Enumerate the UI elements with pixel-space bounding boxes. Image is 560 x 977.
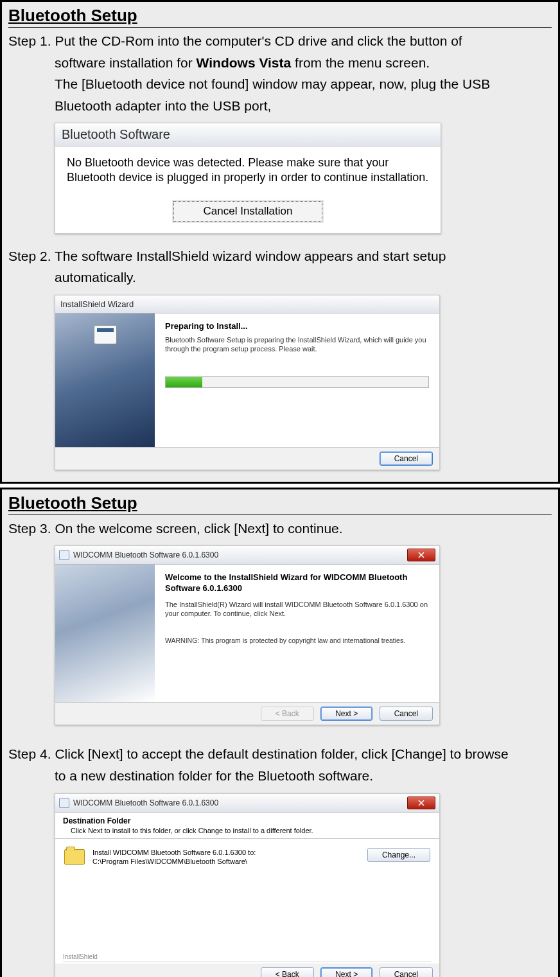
cancel-button[interactable]: Cancel (380, 967, 433, 977)
screenshot-installshield-preparing: InstallShield Wizard Preparing to Instal… (55, 295, 440, 470)
installshield-label: InstallShield (63, 953, 98, 960)
back-button[interactable]: < Back (261, 967, 314, 977)
step-2: Step 2. The software InstallShield wizar… (8, 245, 552, 288)
destination-heading: Destination Folder (63, 816, 432, 825)
welcome-heading: Welcome to the InstallShield Wizard for … (165, 572, 429, 594)
wizard-side-graphic (55, 565, 155, 702)
close-icon (418, 800, 424, 806)
step4-line2: to a new destination folder for the Blue… (8, 765, 552, 787)
step2-line1: Step 2. The software InstallShield wizar… (8, 245, 552, 267)
step1-line2-bold: Windows Vista (197, 55, 292, 70)
step1-line4: Bluetooth adapter into the USB port, (8, 95, 552, 117)
progress-bar (165, 376, 429, 388)
preparing-body: Bluetooth Software Setup is preparing th… (165, 336, 429, 354)
step1-line3: The [Bluetooth device not found] window … (8, 73, 552, 95)
welcome-body: The InstallShield(R) Wizard will install… (165, 600, 429, 619)
destination-subtext: Click Next to install to this folder, or… (71, 827, 432, 834)
close-icon (418, 552, 424, 558)
step1-line2-post: from the menu screen. (291, 55, 430, 70)
dialog-title: InstallShield Wizard (55, 295, 439, 313)
installer-icon (94, 325, 117, 344)
dialog-title: WIDCOMM Bluetooth Software 6.0.1.6300 (73, 550, 218, 559)
welcome-warning: WARNING: This program is protected by co… (165, 637, 429, 644)
dialog-title: WIDCOMM Bluetooth Software 6.0.1.6300 (73, 798, 218, 807)
screenshot-bluetooth-not-found: Bluetooth Software No Bluetooth device w… (55, 123, 441, 233)
step1-line2-pre: software installation for (55, 55, 197, 70)
step1-line2: software installation for Windows Vista … (8, 52, 552, 74)
next-button[interactable]: Next > (320, 967, 372, 977)
dialog-titlebar: WIDCOMM Bluetooth Software 6.0.1.6300 (55, 794, 439, 813)
cancel-button[interactable]: Cancel (380, 707, 433, 721)
app-icon (59, 550, 69, 560)
step4-line1: Step 4. Click [Next] to accept the defau… (8, 743, 552, 765)
dialog-title: Bluetooth Software (55, 123, 441, 146)
step1-line1: Step 1. Put the CD-Rom into the computer… (8, 30, 552, 52)
screenshot-welcome-wizard: WIDCOMM Bluetooth Software 6.0.1.6300 We… (55, 545, 440, 725)
next-button[interactable]: Next > (320, 707, 372, 721)
install-to-label: Install WIDCOMM Bluetooth Software 6.0.1… (92, 848, 356, 858)
close-button[interactable] (407, 549, 435, 561)
step-1: Step 1. Put the CD-Rom into the computer… (8, 30, 552, 116)
install-path: C:\Program Files\WIDCOMM\Bluetooth Softw… (92, 857, 356, 867)
preparing-heading: Preparing to Install... (165, 321, 429, 331)
progress-fill (166, 377, 202, 387)
section-title: Bluetooth Setup (8, 493, 552, 515)
folder-icon (64, 849, 85, 865)
back-button: < Back (261, 707, 314, 721)
step-3: Step 3. On the welcome screen, click [Ne… (8, 518, 552, 540)
section-bluetooth-setup-2: Bluetooth Setup Step 3. On the welcome s… (0, 488, 560, 977)
dialog-titlebar: WIDCOMM Bluetooth Software 6.0.1.6300 (55, 546, 439, 565)
dialog-message: No Bluetooth device was detected. Please… (67, 155, 429, 184)
cancel-installation-button[interactable]: Cancel Installation (173, 201, 323, 221)
screenshot-destination-folder: WIDCOMM Bluetooth Software 6.0.1.6300 De… (55, 793, 440, 977)
change-button[interactable]: Change... (367, 848, 430, 862)
step2-line2: automatically. (8, 267, 552, 288)
close-button[interactable] (407, 797, 435, 809)
wizard-side-graphic (55, 313, 155, 447)
section-title: Bluetooth Setup (8, 6, 552, 28)
step-4: Step 4. Click [Next] to accept the defau… (8, 743, 552, 786)
section-bluetooth-setup-1: Bluetooth Setup Step 1. Put the CD-Rom i… (0, 0, 560, 484)
app-icon (59, 798, 69, 808)
cancel-button[interactable]: Cancel (380, 452, 433, 466)
